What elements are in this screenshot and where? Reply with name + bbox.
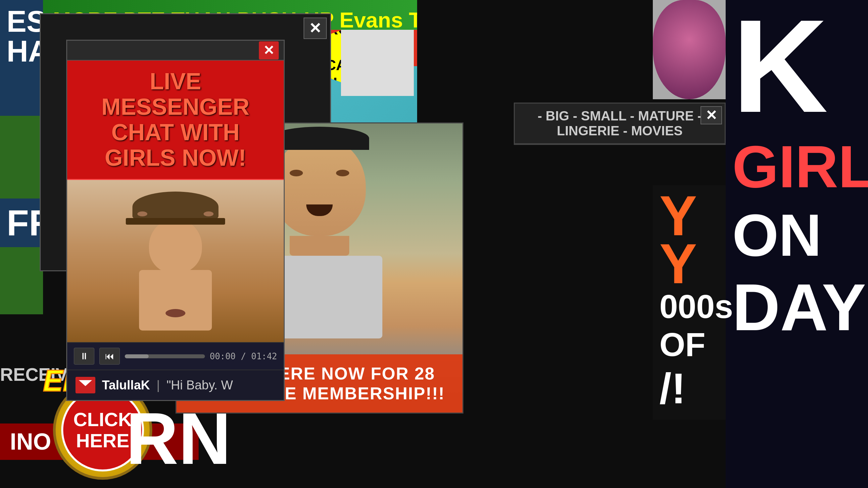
message-username: TalullaK <box>102 378 150 392</box>
squid-image <box>653 0 726 99</box>
popup-categories[interactable]: - BIG - SMALL - MATURE - LINGERIE - MOVI… <box>514 103 726 145</box>
neck <box>290 236 349 256</box>
soldier-figure <box>126 192 225 330</box>
bg-right-k: K <box>726 0 868 132</box>
messenger-message[interactable]: TalullaK | "Hi Baby. W <box>67 369 284 400</box>
rewind-button[interactable]: ⏮ <box>99 348 120 365</box>
mouth <box>306 204 333 216</box>
bg-small-white-box <box>341 30 414 96</box>
eye-left <box>137 212 147 216</box>
right-of-text: OF <box>659 326 719 364</box>
left-eye <box>290 170 303 176</box>
mouth <box>165 309 185 317</box>
bg-right-day: DAY <box>726 269 868 346</box>
right-ys-text: YY <box>659 192 719 288</box>
messenger-title: LIVE MESSENGER CHAT WITH GIRLS NOW! <box>77 69 274 171</box>
background-squid <box>653 0 726 99</box>
pause-button[interactable]: ⏸ <box>74 348 94 365</box>
messenger-video-placeholder <box>67 180 284 342</box>
messenger-header: LIVE MESSENGER CHAT WITH GIRLS NOW! <box>67 61 284 180</box>
bg-left-blue-panel: ES HAT <box>0 0 43 116</box>
soldier-head <box>149 219 202 273</box>
message-separator: | <box>157 378 160 392</box>
hair <box>270 127 369 150</box>
bg-right-girls: GIRLS <box>726 132 868 201</box>
popup-outer-close-button[interactable]: ✕ <box>304 18 327 39</box>
right-text-overlay: YY 000s OF /! <box>653 185 726 420</box>
popup-title-bar: ✕ <box>67 41 284 61</box>
bg-right-on: ON <box>726 201 868 269</box>
soldier-hat <box>132 192 218 222</box>
progress-bar-fill <box>125 354 149 358</box>
messenger-controls: ⏸ ⏮ 00:00 / 01:42 <box>67 342 284 369</box>
popup-categories-close-button[interactable]: ✕ <box>701 106 722 124</box>
right-excl-text: /! <box>659 364 719 413</box>
right-000s-text: 000s <box>659 288 719 326</box>
mail-icon-inner <box>79 380 92 390</box>
messenger-video-area <box>67 180 284 342</box>
eye-right <box>204 212 214 216</box>
progress-bar[interactable] <box>125 354 205 358</box>
time-display: 00:00 / 01:42 <box>210 351 277 361</box>
messenger-close-button[interactable]: ✕ <box>259 41 279 60</box>
mail-icon <box>75 377 95 393</box>
right-eye <box>336 170 349 176</box>
message-preview: "Hi Baby. W <box>166 378 233 392</box>
popup-messenger: ✕ LIVE MESSENGER CHAT WITH GIRLS NOW! ⏸ … <box>66 40 285 401</box>
categories-title: - BIG - SMALL - MATURE - LINGERIE - MOVI… <box>515 103 725 144</box>
soldier-body <box>139 270 212 330</box>
bg-right-panel: K GIRLS ON DAY <box>726 0 868 488</box>
man-head <box>273 137 366 236</box>
